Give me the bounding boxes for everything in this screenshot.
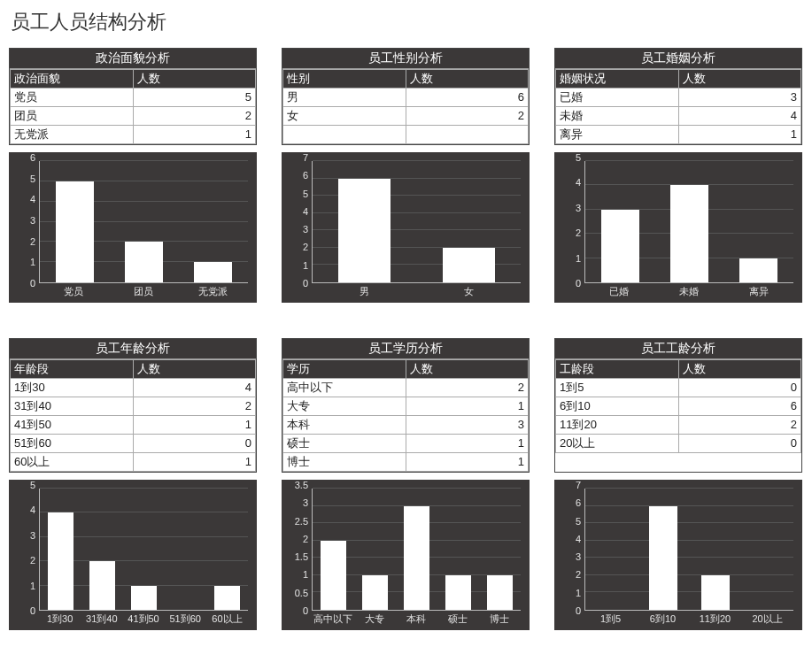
bar-slot (585, 161, 654, 282)
bar-slot (123, 489, 165, 610)
plot-area (312, 489, 521, 611)
y-tick: 4 (576, 534, 581, 544)
panel-title: 政治面貌分析 (10, 49, 256, 69)
table-row: 博士1 (283, 453, 529, 472)
plot-area (312, 161, 521, 283)
y-tick: 6 (303, 170, 308, 181)
y-tick: 4 (303, 206, 308, 217)
table-row: 20以上0 (556, 435, 801, 453)
bar-chart: 012345671到56到1011到2020以上 (554, 480, 802, 630)
bars (585, 161, 793, 282)
bar-slot (165, 489, 206, 610)
x-tick-label: 硕士 (437, 612, 479, 627)
table-row: 未婚4 (556, 107, 801, 126)
table-row: 高中以下2 (283, 379, 529, 397)
bar (321, 541, 345, 610)
data-table: 性别人数男6女2 (282, 69, 529, 144)
y-tick: 2 (576, 569, 581, 580)
table-row: 团员2 (11, 107, 256, 126)
x-tick-label: 博士 (479, 612, 521, 627)
y-tick: 3 (576, 551, 581, 562)
row-value: 6 (406, 89, 529, 107)
plot-area (584, 489, 793, 611)
data-table: 婚姻状况人数已婚3未婚4离异1 (555, 69, 801, 144)
y-tick: 2 (303, 242, 308, 252)
y-tick: 0 (303, 605, 308, 616)
row-label: 博士 (283, 453, 406, 472)
bar (649, 506, 677, 610)
row-label: 大专 (283, 397, 406, 416)
x-tick-label: 男 (312, 285, 416, 299)
row-value: 4 (133, 379, 256, 397)
bar-slot (741, 489, 793, 610)
bar (670, 185, 708, 282)
row-spacer (9, 310, 802, 331)
bar-slot (40, 161, 109, 282)
bar-slot (313, 489, 354, 610)
bar-slot (690, 489, 742, 610)
bar-slot (179, 161, 248, 282)
table-row: 已婚3 (556, 89, 801, 107)
bars (313, 489, 521, 610)
bar (739, 258, 777, 282)
x-tick-label: 1到30 (39, 612, 81, 627)
bar (487, 575, 512, 610)
bar-chart: 0123451到3031到4041到5051到6060以上 (9, 480, 257, 630)
row-label: 6到10 (556, 397, 679, 416)
row-label: 11到20 (556, 416, 679, 435)
x-tick-label: 离异 (723, 285, 793, 299)
x-axis: 党员团员无党派 (39, 285, 248, 299)
row-label: 团员 (11, 107, 134, 126)
y-tick: 6 (30, 152, 35, 163)
row-label: 41到50 (11, 416, 134, 435)
col-label-header: 婚姻状况 (556, 70, 679, 89)
x-axis: 1到56到1011到2020以上 (584, 612, 793, 627)
y-tick: 2 (30, 555, 35, 566)
y-tick: 0 (576, 278, 581, 289)
row-value: 1 (133, 416, 256, 435)
y-axis: 012345 (14, 485, 37, 611)
table-row: 男6 (283, 89, 529, 107)
y-tick: 3 (30, 530, 35, 541)
bar (125, 242, 163, 282)
row-label: 女 (283, 107, 406, 126)
row-label: 党员 (11, 89, 134, 107)
y-tick: 1 (576, 588, 581, 598)
y-tick: 2 (576, 227, 581, 238)
table-row: 1到304 (11, 379, 256, 397)
bar-chart: 00.511.522.533.5高中以下大专本科硕士博士 (282, 480, 530, 630)
y-axis: 00.511.522.533.5 (287, 485, 310, 611)
table-row: 离异1 (556, 126, 801, 144)
x-axis: 已婚未婚离异 (584, 285, 793, 299)
y-tick: 2 (30, 236, 35, 247)
table-row: 女2 (283, 107, 529, 126)
table-row: 1到50 (556, 379, 801, 397)
bar-chart: 0123456党员团员无党派 (9, 152, 257, 303)
y-axis: 01234567 (287, 158, 310, 283)
col-value-header: 人数 (678, 70, 801, 89)
col-label-header: 学历 (283, 360, 406, 379)
bar (404, 506, 429, 610)
bar (701, 575, 730, 610)
row-value: 1 (406, 435, 529, 453)
col-value-header: 人数 (406, 70, 529, 89)
data-table: 学历人数高中以下2大专1本科3硕士1博士1 (282, 359, 529, 472)
panel-title: 员工年龄分析 (10, 339, 256, 359)
row-label: 无党派 (11, 126, 134, 144)
y-tick: 3.5 (295, 480, 308, 490)
row-label: 20以上 (556, 435, 679, 453)
bar-slot (206, 489, 248, 610)
y-tick: 4 (30, 194, 35, 204)
y-tick: 6 (576, 497, 581, 508)
row-label: 51到60 (11, 435, 134, 453)
y-tick: 0 (30, 278, 35, 289)
table-row-empty (283, 126, 529, 144)
row-label: 60以上 (11, 453, 134, 472)
plot-area (584, 161, 793, 283)
bar-slot (109, 161, 178, 282)
row-value: 0 (678, 435, 801, 453)
panel-title: 员工婚姻分析 (555, 49, 801, 69)
row-value: 1 (133, 126, 256, 144)
bar (89, 561, 114, 610)
x-axis: 男女 (312, 285, 521, 299)
